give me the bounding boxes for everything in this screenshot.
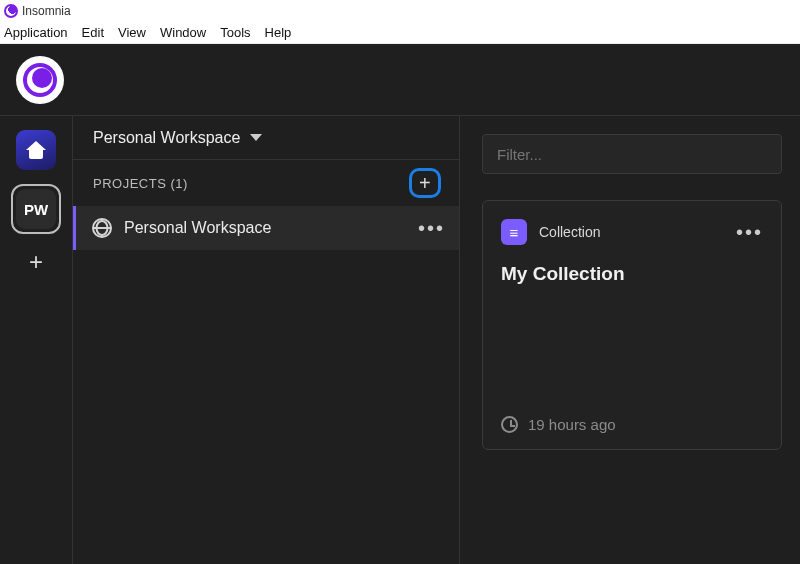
projects-header-row: PROJECTS (1) + xyxy=(73,160,459,206)
collection-card[interactable]: ≡ Collection ••• My Collection 19 hours … xyxy=(482,200,782,450)
window-title: Insomnia xyxy=(22,4,71,18)
projects-header-label: PROJECTS (1) xyxy=(93,176,188,191)
workspace-name: Personal Workspace xyxy=(93,129,240,147)
left-rail: PW + xyxy=(0,116,72,564)
workspace-selector-active[interactable]: PW xyxy=(11,184,61,234)
workspace-dropdown[interactable]: Personal Workspace xyxy=(73,116,459,160)
insomnia-logo[interactable] xyxy=(16,56,64,104)
project-name: Personal Workspace xyxy=(124,219,271,237)
app-topbar xyxy=(0,44,800,116)
menu-window[interactable]: Window xyxy=(160,25,206,40)
window-titlebar: Insomnia xyxy=(0,0,800,22)
workspace-badge: PW xyxy=(16,189,56,229)
insomnia-logo-icon xyxy=(23,63,57,97)
card-title: My Collection xyxy=(501,263,763,285)
menu-bar: Application Edit View Window Tools Help xyxy=(0,22,800,44)
menu-view[interactable]: View xyxy=(118,25,146,40)
clock-icon xyxy=(501,416,518,433)
card-timestamp: 19 hours ago xyxy=(528,416,616,433)
plus-icon: + xyxy=(419,172,431,195)
home-icon xyxy=(26,141,46,159)
globe-icon xyxy=(92,218,112,238)
sidebar: Personal Workspace PROJECTS (1) + Person… xyxy=(72,116,460,564)
collection-icon: ≡ xyxy=(501,219,527,245)
menu-tools[interactable]: Tools xyxy=(220,25,250,40)
menu-help[interactable]: Help xyxy=(265,25,292,40)
menu-application[interactable]: Application xyxy=(4,25,68,40)
insomnia-app-icon xyxy=(4,4,18,18)
project-item[interactable]: Personal Workspace ••• xyxy=(73,206,459,250)
add-workspace-button[interactable]: + xyxy=(16,248,56,276)
plus-icon: + xyxy=(29,248,43,276)
create-project-button[interactable]: + xyxy=(409,168,441,198)
home-button[interactable] xyxy=(16,130,56,170)
filter-input[interactable] xyxy=(482,134,782,174)
card-footer: 19 hours ago xyxy=(501,416,763,433)
chevron-down-icon xyxy=(250,134,262,141)
card-type-label: Collection xyxy=(539,224,600,240)
menu-edit[interactable]: Edit xyxy=(82,25,104,40)
main-content: ≡ Collection ••• My Collection 19 hours … xyxy=(460,116,800,564)
